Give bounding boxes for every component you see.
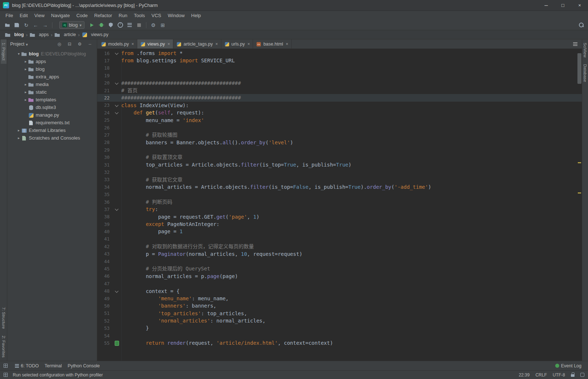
warning-stripe-mark[interactable] xyxy=(578,192,581,194)
code-line[interactable]: 25 menu_name = 'index' xyxy=(97,117,582,124)
code-text[interactable]: } xyxy=(121,324,582,332)
code-line[interactable]: 51 'top_articles': top_articles, xyxy=(97,310,582,317)
tab-models-py[interactable]: models.py× xyxy=(98,39,137,48)
expand-arrow-icon[interactable] xyxy=(16,52,21,56)
expand-arrow-icon[interactable] xyxy=(23,82,28,86)
code-text[interactable]: from blog.settings import SERVICE_URL xyxy=(121,57,582,64)
code-line[interactable]: 26 xyxy=(97,124,582,131)
bottom-tab-python-console[interactable]: Python Console xyxy=(65,363,103,369)
line-number[interactable]: 17 xyxy=(97,58,113,63)
line-number[interactable]: 39 xyxy=(97,222,113,227)
code-line[interactable]: 42 # 对取到的数据进行分页，记得定义每页的数量 xyxy=(97,243,582,250)
code-line[interactable]: 36 # 判断页码 xyxy=(97,198,582,206)
code-line[interactable]: 49 'menu_name': menu_name, xyxy=(97,295,582,302)
tree-item-blog[interactable]: blogE:\DEVELOP\blog\blog xyxy=(7,50,97,58)
expand-arrow-icon[interactable] xyxy=(23,90,28,94)
code-line[interactable]: 37 try: xyxy=(97,206,582,213)
line-number[interactable]: 20 xyxy=(97,80,113,86)
code-line[interactable]: 50 'banners': banners, xyxy=(97,302,582,309)
menu-item-refactor[interactable]: Refactor xyxy=(91,12,115,19)
line-number[interactable]: 33 xyxy=(97,177,113,182)
line-number[interactable]: 31 xyxy=(97,162,113,168)
stop-icon[interactable] xyxy=(135,22,143,29)
synchronize-icon[interactable] xyxy=(23,22,30,29)
line-number[interactable]: 54 xyxy=(97,333,113,339)
encoding-widget[interactable]: UTF-8 xyxy=(553,372,565,378)
code-line[interactable]: 45 # 分页处理后的 QuerySet xyxy=(97,265,582,272)
code-line[interactable]: 32 xyxy=(97,168,582,176)
tree-item-db-sqlite3[interactable]: db.sqlite3 xyxy=(7,103,97,111)
tab-views-py[interactable]: views.py× xyxy=(137,39,173,48)
code-text[interactable]: # 首页 xyxy=(121,87,582,94)
fold-arrow-icon[interactable] xyxy=(113,79,121,87)
concurrency-icon[interactable] xyxy=(126,22,133,29)
line-number[interactable]: 16 xyxy=(97,51,113,56)
menu-item-view[interactable]: View xyxy=(31,12,48,19)
code-line[interactable]: 38 page = request.GET.get('page', 1) xyxy=(97,213,582,220)
code-line[interactable]: 55 return render(request, 'article/index… xyxy=(97,339,582,347)
code-text[interactable]: menu_name = 'index' xyxy=(121,117,582,124)
line-number[interactable]: 36 xyxy=(97,199,113,205)
readonly-lock-icon[interactable] xyxy=(571,372,575,377)
line-number[interactable]: 41 xyxy=(97,236,113,242)
scrollbar-thumb[interactable] xyxy=(577,53,581,84)
code-text[interactable]: normal_articles = Article.objects.filter… xyxy=(121,183,582,191)
line-number[interactable]: 40 xyxy=(97,229,113,234)
line-number[interactable]: 50 xyxy=(97,303,113,309)
code-text[interactable]: class IndexView(View): xyxy=(121,102,582,109)
code-text[interactable]: # 获取置顶文章 xyxy=(121,153,582,161)
tab-list-icon[interactable] xyxy=(573,42,577,46)
menu-item-code[interactable]: Code xyxy=(73,12,91,19)
tool-button-database[interactable]: Database xyxy=(582,61,588,85)
tree-item-media[interactable]: media xyxy=(7,81,97,88)
menu-item-run[interactable]: Run xyxy=(115,12,131,19)
line-number[interactable]: 55 xyxy=(97,340,113,346)
plugins-icon[interactable] xyxy=(159,22,166,29)
line-number[interactable]: 47 xyxy=(97,281,113,286)
tree-item-scratches-and-consoles[interactable]: Scratches and Consoles xyxy=(7,134,97,142)
close-button[interactable]: × xyxy=(571,0,588,11)
tool-button-7-structure[interactable]: 7: Structure xyxy=(1,304,7,332)
line-number[interactable]: 35 xyxy=(97,192,113,197)
bottom-tab-event-log[interactable]: Event Log xyxy=(552,363,584,369)
code-line[interactable]: 34 normal_articles = Article.objects.fil… xyxy=(97,183,582,191)
minimize-button[interactable]: ─ xyxy=(538,0,555,11)
wrench-icon[interactable] xyxy=(150,22,157,29)
line-number[interactable]: 52 xyxy=(97,318,113,324)
line-number[interactable]: 53 xyxy=(97,325,113,331)
line-number[interactable]: 23 xyxy=(97,102,113,108)
code-line[interactable]: 28 banners = Banner.objects.all().order_… xyxy=(97,139,582,146)
code-text[interactable]: p = Paginator(normal_articles, 10, reque… xyxy=(121,250,582,258)
code-line[interactable]: 29 xyxy=(97,146,582,153)
menu-item-edit[interactable]: Edit xyxy=(16,12,31,19)
fold-arrow-icon[interactable] xyxy=(113,50,121,57)
code-line[interactable]: 41 xyxy=(97,235,582,243)
code-text[interactable]: # 对取到的数据进行分页，记得定义每页的数量 xyxy=(121,243,582,250)
code-text[interactable]: 'normal_articles': normal_articles, xyxy=(121,317,582,324)
tree-item-requirements-txt[interactable]: requirements.txt xyxy=(7,119,97,126)
code-line[interactable]: 43 p = Paginator(normal_articles, 10, re… xyxy=(97,250,582,258)
code-text[interactable]: # 获取轮播图 xyxy=(121,131,582,138)
line-number[interactable]: 26 xyxy=(97,125,113,130)
editor-scrollbar[interactable] xyxy=(577,49,582,361)
code-line[interactable]: 18 xyxy=(97,65,582,72)
code-line[interactable]: 31 top_articles = Article.objects.filter… xyxy=(97,161,582,168)
save-all-icon[interactable] xyxy=(13,22,20,29)
code-line[interactable]: 17from blog.settings import SERVICE_URL xyxy=(97,57,582,64)
line-number[interactable]: 42 xyxy=(97,244,113,249)
fold-arrow-icon[interactable] xyxy=(113,102,121,109)
run-configuration-select[interactable]: dj blog xyxy=(59,21,84,29)
code-line[interactable]: 47 xyxy=(97,280,582,287)
code-line[interactable]: 16from .forms import * xyxy=(97,50,582,57)
close-tab-icon[interactable]: × xyxy=(131,42,134,47)
fold-arrow-icon[interactable] xyxy=(113,109,121,116)
code-line[interactable]: 20######################################… xyxy=(97,79,582,87)
line-number[interactable]: 24 xyxy=(97,110,113,116)
code-line[interactable]: 53 } xyxy=(97,324,582,332)
close-tab-icon[interactable]: × xyxy=(247,42,250,47)
back-icon[interactable] xyxy=(32,22,39,29)
code-text[interactable]: 'top_articles': top_articles, xyxy=(121,310,582,317)
expand-arrow-icon[interactable] xyxy=(23,67,28,71)
tree-item-external-libraries[interactable]: External Libraries xyxy=(7,126,97,134)
code-line[interactable]: 30 # 获取置顶文章 xyxy=(97,153,582,161)
